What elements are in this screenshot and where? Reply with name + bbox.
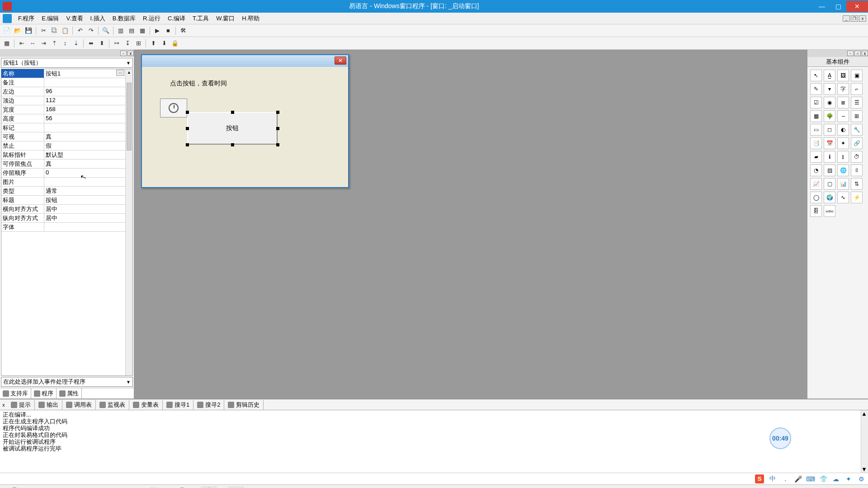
prop-value[interactable]: 112	[44, 96, 125, 105]
tool-menu[interactable]: ☰	[851, 97, 863, 108]
align-center-button[interactable]: ↔	[28, 38, 38, 48]
design-button-control[interactable]: 按钮	[187, 112, 278, 145]
tool-gauge[interactable]: ◐	[837, 124, 849, 136]
align-bottom-button[interactable]: ⇣	[71, 38, 81, 48]
taskbar-chrome[interactable]: 🌐	[201, 486, 217, 488]
toolbox-pin-button[interactable]: ○	[854, 51, 861, 56]
layout2-button[interactable]: ▤	[127, 26, 137, 36]
prop-value[interactable]: 通常	[44, 187, 125, 195]
menu-item-0[interactable]: F.程序	[14, 14, 38, 23]
output-tab-5[interactable]: 搜寻1	[163, 400, 193, 410]
tool-wave[interactable]: ∿	[837, 192, 849, 203]
redo-button[interactable]: ↷	[86, 26, 96, 36]
send-back-button[interactable]: ⬇	[159, 38, 169, 48]
design-form-close-button[interactable]: ✕	[335, 56, 346, 65]
design-timer-control[interactable]	[160, 99, 187, 117]
tool-combo[interactable]: ▾	[824, 83, 835, 95]
menu-item-7[interactable]: T.工具	[189, 14, 212, 23]
output-tab-2[interactable]: 调用表	[62, 400, 96, 410]
prop-value[interactable]: 真	[44, 132, 125, 141]
prop-row[interactable]: 可停留焦点真	[1, 160, 132, 169]
menu-item-1[interactable]: E.编辑	[38, 14, 62, 23]
ie-launcher[interactable]	[3, 486, 26, 488]
menu-item-3[interactable]: I.插入	[87, 14, 109, 23]
prop-value[interactable]: 96	[44, 87, 125, 96]
paste-button[interactable]: 📋	[60, 26, 70, 36]
output-tab-6[interactable]: 搜寻2	[193, 400, 224, 410]
prop-tab-1[interactable]: 程序	[31, 388, 57, 399]
tool-pictureframe[interactable]: ▣	[851, 70, 863, 81]
bring-front-button[interactable]: ⬆	[148, 38, 158, 48]
layout1-button[interactable]: ▥	[116, 26, 126, 36]
prop-tab-0[interactable]: 支持库	[0, 388, 31, 399]
prop-row[interactable]: 名称按钮1···	[1, 69, 132, 78]
tool-table[interactable]: ▦	[810, 110, 822, 122]
layout3-button[interactable]: ▦	[137, 26, 147, 36]
minimize-button[interactable]: —	[814, 1, 830, 12]
tool-font[interactable]: 字	[837, 83, 849, 95]
mdi-restore-button[interactable]: ❐	[851, 15, 858, 22]
tool-grid[interactable]: ▤	[824, 164, 835, 176]
menu-item-6[interactable]: C.编译	[164, 14, 189, 23]
prop-row[interactable]: 左边96	[1, 87, 132, 96]
panel-close-button[interactable]: x	[127, 51, 134, 56]
hspace-button[interactable]: ↦	[112, 38, 122, 48]
tool-shape[interactable]: ⌐	[851, 83, 863, 95]
grid-toggle-button[interactable]: ▦	[2, 38, 12, 48]
mdi-minimize-button[interactable]: _	[843, 15, 850, 22]
tool-calendar[interactable]: 📅	[824, 137, 835, 149]
ime-cloud-icon[interactable]: ☁	[832, 475, 840, 483]
prop-value[interactable]: 默认型	[44, 150, 125, 159]
prop-value[interactable]	[44, 178, 125, 186]
output-content[interactable]: 正在编译...正在生成主程序入口代码程序代码编译成功正在封装易格式目的代码开始运…	[0, 410, 868, 473]
ime-lang-indicator[interactable]: 中	[769, 475, 777, 483]
tool-progress[interactable]: ▰	[810, 151, 822, 163]
ime-settings-icon[interactable]: ⚙	[857, 475, 865, 483]
taskbar-media[interactable]: ▶	[65, 486, 81, 488]
object-selector-dropdown[interactable]: 按钮1（按钮）	[1, 58, 133, 68]
align-right-button[interactable]: ⇥	[38, 38, 48, 48]
tool-list[interactable]: ≣	[837, 97, 849, 108]
vspace-button[interactable]: ↧	[123, 38, 132, 48]
mdi-close-button[interactable]: x	[859, 15, 866, 22]
prop-row[interactable]: 禁止假	[1, 141, 132, 150]
prop-row[interactable]: 备注	[1, 78, 132, 87]
run-button[interactable]: ▶	[152, 26, 162, 36]
tool-slider[interactable]: ⎼	[837, 110, 849, 122]
output-scrollbar[interactable]: ▲▼	[861, 410, 868, 473]
tool-label[interactable]: A̲	[824, 70, 835, 81]
properties-scrollbar[interactable]: ▲	[125, 69, 132, 375]
close-button[interactable]: ✕	[846, 1, 868, 12]
tool-toggle[interactable]: ⊞	[851, 110, 863, 122]
tool-db[interactable]: 🗄	[810, 205, 822, 217]
tool-status[interactable]: ℹ	[824, 151, 835, 163]
cut-button[interactable]: ✂	[38, 26, 48, 36]
prop-value[interactable]: 0	[44, 169, 125, 177]
prop-value[interactable]: 假	[44, 141, 125, 150]
prop-row[interactable]: 标记	[1, 123, 132, 132]
prop-row[interactable]: 高度56	[1, 114, 132, 123]
output-tab-0[interactable]: 提示	[7, 400, 35, 410]
toolbox-dock-button[interactable]: ▫	[847, 51, 854, 56]
tool-spin[interactable]: ⇅	[851, 178, 863, 190]
toolbox-close-button[interactable]: x	[862, 51, 868, 56]
tool-group[interactable]: ◻	[824, 124, 835, 136]
same-height-button[interactable]: ⬍	[97, 38, 107, 48]
prop-row[interactable]: 顶边112	[1, 96, 132, 105]
lock-button[interactable]: 🔒	[170, 38, 180, 48]
menu-item-5[interactable]: R.运行	[139, 14, 164, 23]
design-form-body[interactable]: 点击按钮，查看时间 按钮	[142, 67, 348, 187]
prop-row[interactable]: 标题按钮	[1, 196, 132, 205]
tool-ole[interactable]: ◯	[810, 192, 822, 203]
output-panel-close-button[interactable]: x	[0, 402, 7, 408]
tool-dial[interactable]: ◔	[810, 164, 822, 176]
prop-row[interactable]: 类型通常	[1, 187, 132, 196]
event-selector-dropdown[interactable]: 在此处选择加入事件处理子程序	[1, 377, 133, 387]
prop-value[interactable]: 居中	[44, 214, 125, 222]
center-h-button[interactable]: ⊞	[133, 38, 143, 48]
ime-voice-icon[interactable]: 🎤	[794, 475, 802, 483]
ime-tools-icon[interactable]: ✦	[844, 475, 853, 483]
tool-link[interactable]: 🔗	[851, 137, 863, 149]
taskbar-explorer[interactable]: 📁	[38, 486, 54, 488]
design-form[interactable]: ✕ 点击按钮，查看时间 按钮	[141, 54, 349, 188]
